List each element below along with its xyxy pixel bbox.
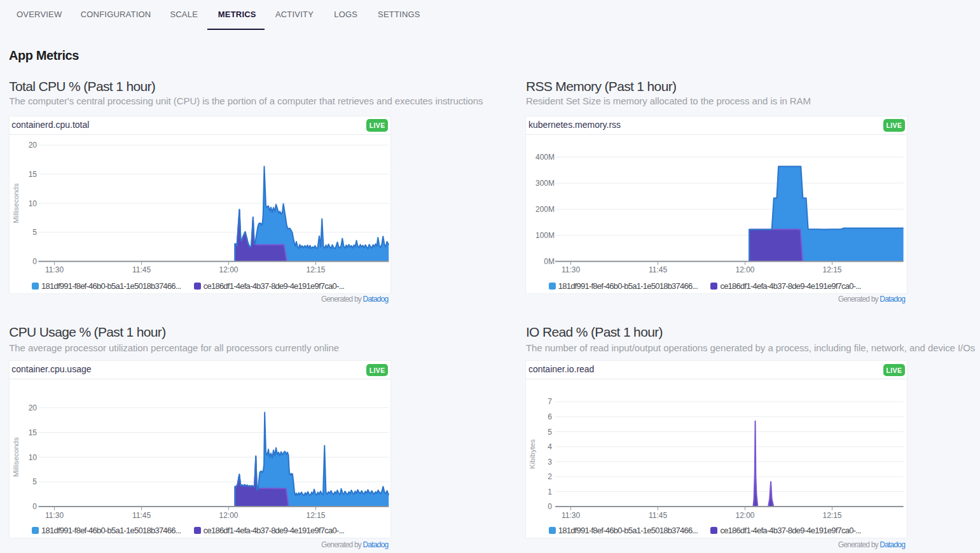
svg-text:11:45: 11:45 [132, 265, 151, 274]
svg-text:Milliseconds: Milliseconds [12, 183, 20, 223]
svg-text:2: 2 [548, 472, 553, 481]
svg-text:200M: 200M [535, 205, 555, 214]
svg-text:10: 10 [28, 199, 37, 207]
svg-text:100M: 100M [535, 231, 555, 240]
svg-text:12:00: 12:00 [736, 265, 755, 274]
svg-text:12:15: 12:15 [306, 265, 325, 274]
svg-text:Milliseconds: Milliseconds [12, 437, 20, 477]
svg-text:10: 10 [28, 453, 37, 462]
svg-text:12:00: 12:00 [219, 511, 238, 520]
svg-text:300M: 300M [535, 179, 555, 188]
svg-text:1: 1 [548, 487, 553, 496]
svg-text:0M: 0M [544, 257, 555, 266]
svg-text:0: 0 [32, 502, 37, 511]
svg-text:11:30: 11:30 [45, 265, 64, 274]
svg-text:11:45: 11:45 [132, 511, 151, 520]
svg-text:11:30: 11:30 [562, 511, 580, 520]
svg-text:12:00: 12:00 [736, 511, 755, 520]
svg-text:4: 4 [548, 442, 553, 451]
svg-text:3: 3 [548, 458, 553, 466]
svg-text:11:30: 11:30 [45, 511, 64, 520]
svg-text:15: 15 [28, 428, 37, 437]
svg-text:5: 5 [32, 478, 37, 487]
svg-text:7: 7 [548, 398, 553, 407]
svg-text:11:45: 11:45 [649, 265, 667, 274]
svg-text:12:00: 12:00 [219, 265, 238, 274]
svg-text:15: 15 [28, 170, 37, 179]
svg-text:12:15: 12:15 [823, 265, 842, 274]
svg-text:0: 0 [548, 502, 553, 511]
svg-text:6: 6 [548, 412, 553, 421]
svg-text:11:45: 11:45 [649, 511, 667, 520]
svg-text:0: 0 [32, 257, 37, 266]
svg-text:20: 20 [28, 403, 37, 412]
svg-text:5: 5 [548, 428, 553, 437]
svg-text:12:15: 12:15 [306, 511, 325, 520]
svg-text:Kibibytes: Kibibytes [528, 439, 536, 469]
svg-text:400M: 400M [535, 153, 555, 162]
svg-text:12:15: 12:15 [823, 511, 842, 520]
svg-text:11:30: 11:30 [562, 265, 580, 274]
svg-text:20: 20 [28, 141, 37, 150]
svg-text:5: 5 [32, 228, 37, 237]
